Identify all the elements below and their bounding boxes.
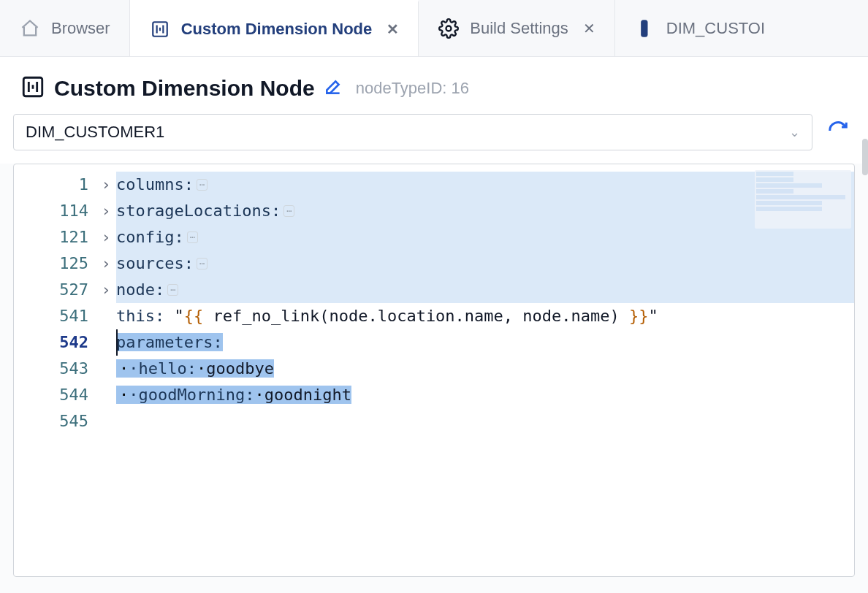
tab-label: Build Settings <box>470 19 568 38</box>
node-type-id: nodeTypeID: 16 <box>356 79 469 98</box>
fold-ellipsis-icon[interactable]: ⋯ <box>187 232 198 243</box>
tab-build-settings[interactable]: Build Settings ✕ <box>419 0 615 56</box>
edit-icon[interactable] <box>324 77 343 99</box>
code-editor[interactable]: 1 114 121 125 527 541 542 543 544 545 › … <box>13 164 855 577</box>
select-value: DIM_CUSTOMER1 <box>26 123 164 142</box>
scrollbar[interactable] <box>862 110 868 592</box>
fold-ellipsis-icon[interactable]: ⋯ <box>197 258 208 269</box>
fold-ellipsis-icon[interactable]: ⋯ <box>283 205 294 217</box>
minimap[interactable] <box>755 170 851 229</box>
fold-gutter[interactable]: › › › › › <box>96 172 116 435</box>
fold-ellipsis-icon[interactable]: ⋯ <box>197 179 208 191</box>
fold-toggle[interactable]: › <box>96 250 116 277</box>
tab-label: DIM_CUSTOI <box>666 19 765 38</box>
svg-rect-2 <box>641 20 647 37</box>
tab-custom-dimension[interactable]: Custom Dimension Node ✕ <box>130 0 419 56</box>
scrollbar-thumb[interactable] <box>862 139 868 175</box>
dimension-icon <box>20 74 45 102</box>
gear-icon <box>438 18 460 39</box>
tab-label: Browser <box>51 19 110 38</box>
close-icon[interactable]: ✕ <box>387 20 399 38</box>
dimension-icon <box>149 18 171 40</box>
home-icon <box>19 18 41 39</box>
close-icon[interactable]: ✕ <box>583 20 595 37</box>
select-row: DIM_CUSTOMER1 ⌄ <box>0 114 868 164</box>
tab-bar: Browser Custom Dimension Node ✕ Build Se… <box>0 0 868 57</box>
fold-toggle[interactable]: › <box>96 277 116 303</box>
fold-ellipsis-icon[interactable]: ⋯ <box>167 284 178 296</box>
tab-label: Custom Dimension Node <box>181 20 373 39</box>
chevron-down-icon: ⌄ <box>789 124 800 140</box>
tab-dim-customer[interactable]: DIM_CUSTOI <box>615 0 784 56</box>
tab-browser[interactable]: Browser <box>0 0 130 56</box>
bar-icon <box>634 18 656 39</box>
fold-toggle[interactable]: › <box>96 172 116 198</box>
svg-point-1 <box>446 26 452 31</box>
page-header: Custom Dimension Node nodeTypeID: 16 <box>0 57 868 114</box>
line-gutter: 1 114 121 125 527 541 542 543 544 545 <box>14 172 96 435</box>
fold-toggle[interactable]: › <box>96 224 116 250</box>
refresh-button[interactable] <box>827 120 849 145</box>
code-content[interactable]: columns:⋯ storageLocations:⋯ config:⋯ so… <box>116 172 854 435</box>
fold-toggle[interactable]: › <box>96 198 116 224</box>
page-title: Custom Dimension Node <box>54 76 315 101</box>
node-select[interactable]: DIM_CUSTOMER1 ⌄ <box>13 114 812 150</box>
